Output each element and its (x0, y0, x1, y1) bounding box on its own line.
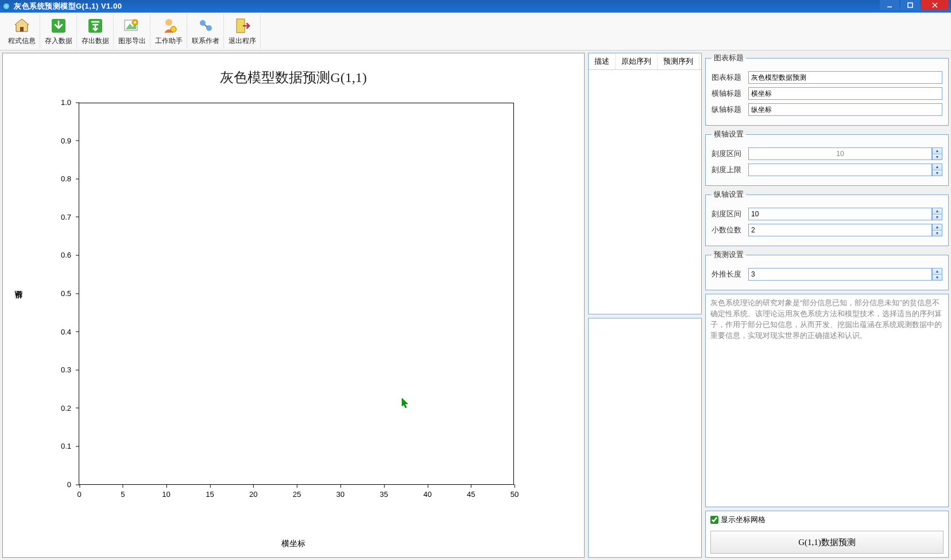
x-tick: 25 (293, 484, 301, 499)
y-tick: 0.6 (61, 251, 79, 259)
chart-pane: 灰色模型数据预测G(1,1) 纵坐标 横坐标 00.10.20.30.40.50… (2, 53, 585, 558)
y-tick: 0.9 (61, 136, 79, 145)
spin-up[interactable]: ▲ (933, 224, 942, 231)
x-tick: 15 (206, 484, 214, 499)
spin-up[interactable]: ▲ (933, 164, 942, 170)
label-extrapolate: 外推长度 (712, 269, 744, 279)
main-area: 灰色模型数据预测G(1,1) 纵坐标 横坐标 00.10.20.30.40.50… (0, 50, 951, 560)
toolbar-label: 联系作者 (192, 36, 219, 46)
x-tick: 30 (337, 484, 345, 499)
label-xaxis-title: 横轴标题 (712, 88, 744, 99)
legend-predict: 预测设置 (712, 250, 746, 260)
legend-chart-title: 图表标题 (712, 53, 746, 63)
y-tick: 1.0 (61, 98, 79, 107)
spin-down[interactable]: ▼ (933, 215, 942, 220)
y-tick: 0.1 (61, 442, 79, 450)
y-tick: 0.4 (61, 327, 79, 336)
y-tick: 0.7 (61, 212, 79, 221)
toolbar-label: 存出数据 (82, 36, 109, 46)
x-tick: 5 (121, 484, 125, 499)
x-tick: 45 (467, 484, 475, 499)
spin-up[interactable]: ▲ (933, 148, 942, 154)
tab-predict-series[interactable]: 预测序列 (658, 53, 699, 69)
input-chart-title[interactable] (748, 71, 942, 84)
assistant-icon (160, 17, 178, 35)
y-tick: 0.3 (61, 365, 79, 374)
description-box: 灰色系统理论的研究对象是“部分信息已知，部分信息未知”的贫信息不确定性系统。该理… (705, 294, 949, 507)
input-y-decimals[interactable] (748, 224, 932, 236)
x-tick: 20 (249, 484, 257, 499)
import-icon (49, 17, 68, 35)
x-tick: 40 (423, 484, 431, 499)
toolbar-label: 工作助手 (155, 36, 183, 46)
right-pane: 图表标题 图表标题 横轴标题 纵轴标题 横轴设置 刻度区间 ▲▼ (705, 53, 949, 558)
tab-original-series[interactable]: 原始序列 (616, 53, 658, 69)
svg-point-12 (171, 26, 176, 32)
label-y-interval: 刻度区间 (712, 209, 744, 219)
chart-title: 灰色模型数据预测G(1,1) (3, 53, 584, 87)
toolbar-label: 图形导出 (118, 36, 146, 46)
toolbar-contact[interactable]: 联系作者 (187, 14, 224, 49)
tab-description[interactable]: 描述 (589, 53, 616, 69)
input-x-interval[interactable] (748, 147, 932, 160)
x-tick: 10 (162, 484, 170, 499)
toolbar-label: 退出程序 (229, 36, 256, 46)
toolbar: 程式信息 存入数据 存出数据 图形导出 工作助手 联系作者 退出程序 (0, 13, 951, 50)
spin-up[interactable]: ▲ (933, 208, 942, 215)
spin-down[interactable]: ▼ (933, 231, 942, 236)
checkbox-show-grid[interactable] (710, 516, 718, 524)
middle-pane: 描述 原始序列 预测序列 (588, 53, 702, 558)
input-yaxis-title[interactable] (748, 103, 942, 116)
maximize-button[interactable] (900, 0, 920, 10)
toolbar-program-info[interactable]: 程式信息 (3, 14, 40, 49)
svg-point-11 (165, 19, 172, 26)
group-yaxis-setting: 纵轴设置 刻度区间 ▲▼ 小数位数 ▲▼ (705, 189, 949, 246)
spin-down[interactable]: ▼ (933, 154, 942, 160)
toolbar-exit[interactable]: 退出程序 (224, 14, 261, 49)
contact-icon (196, 17, 215, 35)
y-tick: 0.5 (61, 289, 79, 298)
input-extrapolate[interactable] (748, 268, 932, 281)
close-button[interactable] (921, 0, 949, 10)
spin-down[interactable]: ▼ (933, 170, 942, 176)
input-xaxis-title[interactable] (748, 87, 942, 100)
x-tick: 50 (511, 484, 519, 499)
group-predict-setting: 预测设置 外推长度 ▲▼ (705, 250, 949, 290)
toolbar-label: 存入数据 (45, 36, 72, 46)
plot-area: 00.10.20.30.40.50.60.70.80.91.0051015202… (79, 103, 514, 485)
label-y-decimals: 小数位数 (712, 225, 744, 235)
toolbar-assistant[interactable]: 工作助手 (150, 14, 187, 49)
y-tick: 0.8 (61, 174, 79, 183)
minimize-button[interactable] (880, 0, 899, 10)
x-tick: 0 (77, 484, 81, 499)
spin-up[interactable]: ▲ (933, 269, 942, 275)
export-icon (86, 17, 105, 35)
toolbar-save-data[interactable]: 存出数据 (77, 14, 114, 49)
exit-icon (233, 17, 252, 35)
toolbar-export-chart[interactable]: 图形导出 (114, 14, 150, 49)
svg-rect-1 (908, 3, 913, 7)
run-predict-button[interactable]: G(1,1)数据预测 (710, 531, 944, 554)
toolbar-label: 程式信息 (8, 36, 36, 46)
checkbox-show-grid-label: 显示坐标网格 (721, 515, 766, 525)
data-tab-box: 描述 原始序列 预测序列 (588, 53, 702, 314)
svg-rect-5 (20, 27, 24, 32)
checkbox-show-grid-wrap[interactable]: 显示坐标网格 (710, 515, 944, 525)
x-axis-label: 横坐标 (281, 539, 306, 549)
input-y-interval[interactable] (748, 208, 932, 220)
house-icon (13, 17, 31, 35)
input-x-upper[interactable] (748, 164, 932, 176)
footer-section: 显示坐标网格 G(1,1)数据预测 (705, 511, 949, 558)
label-yaxis-title: 纵轴标题 (712, 104, 744, 115)
label-x-upper: 刻度上限 (712, 165, 744, 175)
window-title: 灰色系统预测模型G(1,1) V1.00 (14, 1, 880, 11)
app-icon (2, 2, 10, 10)
group-xaxis-setting: 横轴设置 刻度区间 ▲▼ 刻度上限 ▲▼ (705, 129, 949, 186)
titlebar: 灰色系统预测模型G(1,1) V1.00 (0, 0, 951, 13)
toolbar-load-data[interactable]: 存入数据 (40, 14, 77, 49)
legend-yaxis: 纵轴设置 (712, 189, 746, 200)
legend-xaxis: 横轴设置 (712, 129, 746, 139)
label-x-interval: 刻度区间 (712, 149, 744, 159)
spin-down[interactable]: ▼ (933, 275, 942, 281)
window-buttons (880, 0, 949, 13)
